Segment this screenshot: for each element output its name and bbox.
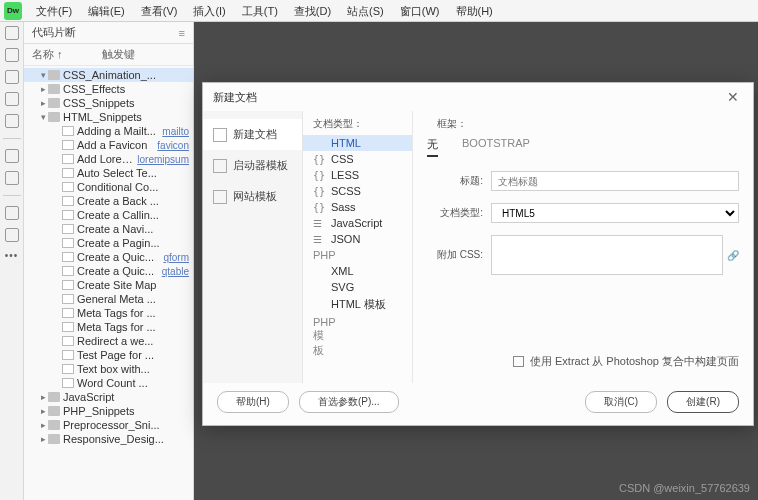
tree-folder[interactable]: ▾HTML_Snippets bbox=[24, 110, 193, 124]
tree-file[interactable]: Add Loreum I...loremipsum bbox=[24, 152, 193, 166]
menu-item[interactable]: 文件(F) bbox=[28, 0, 80, 22]
menu-item[interactable]: 查找(D) bbox=[286, 0, 339, 22]
doctype-item[interactable]: {}SCSS bbox=[303, 183, 412, 199]
tree-file[interactable]: Create a Callin... bbox=[24, 208, 193, 222]
doctype-item[interactable]: SVG bbox=[303, 279, 412, 295]
tree-file[interactable]: Conditional Co... bbox=[24, 180, 193, 194]
doctype-item[interactable]: XML bbox=[303, 263, 412, 279]
doctype-header: 文档类型： bbox=[303, 115, 412, 135]
dialog-title: 新建文档 bbox=[213, 90, 257, 105]
doctype-list: 文档类型： HTML{}CSS{}LESS{}SCSS{}Sass☰JavaSc… bbox=[303, 111, 413, 383]
close-icon[interactable]: ✕ bbox=[723, 89, 743, 105]
dialog-titlebar: 新建文档 ✕ bbox=[203, 83, 753, 111]
tree-file[interactable]: Meta Tags for ... bbox=[24, 320, 193, 334]
doctype-item[interactable]: {}Sass bbox=[303, 199, 412, 215]
new-document-dialog: 新建文档 ✕ 新建文档启动器模板网站模板 文档类型： HTML{}CSS{}LE… bbox=[202, 82, 754, 426]
menubar: Dw 文件(F)编辑(E)查看(V)插入(I)工具(T)查找(D)站点(S)窗口… bbox=[0, 0, 758, 22]
css-label: 附加 CSS: bbox=[427, 248, 491, 262]
link-icon[interactable]: 🔗 bbox=[727, 250, 739, 261]
doctype-item[interactable]: ☰JSON bbox=[303, 231, 412, 247]
tool-icon[interactable] bbox=[5, 70, 19, 84]
tool-icon[interactable] bbox=[5, 171, 19, 185]
menu-item[interactable]: 编辑(E) bbox=[80, 0, 133, 22]
menu-item[interactable]: 插入(I) bbox=[185, 0, 233, 22]
tool-icon[interactable] bbox=[5, 26, 19, 40]
prefs-button[interactable]: 首选参数(P)... bbox=[299, 391, 399, 413]
tree-file[interactable]: Auto Select Te... bbox=[24, 166, 193, 180]
tree-file[interactable]: Create a Quic...qform bbox=[24, 250, 193, 264]
tree-file[interactable]: Redirect a we... bbox=[24, 334, 193, 348]
menu-item[interactable]: 窗口(W) bbox=[392, 0, 448, 22]
create-button[interactable]: 创建(R) bbox=[667, 391, 739, 413]
extract-label: 使用 Extract 从 Photoshop 复合中构建页面 bbox=[530, 354, 739, 369]
extract-checkbox[interactable] bbox=[513, 356, 524, 367]
doctype-item[interactable]: ☰JavaScript bbox=[303, 215, 412, 231]
dialog-categories: 新建文档启动器模板网站模板 bbox=[203, 111, 303, 383]
doctype-item[interactable]: PHP 模板 bbox=[303, 314, 412, 360]
tree-file[interactable]: Create a Quic...qtable bbox=[24, 264, 193, 278]
tree-folder[interactable]: ▸PHP_Snippets bbox=[24, 404, 193, 418]
watermark: CSDN @weixin_57762639 bbox=[619, 482, 750, 494]
doctype-label: 文档类型: bbox=[427, 206, 491, 220]
tree-folder[interactable]: ▸CSS_Effects bbox=[24, 82, 193, 96]
tree-file[interactable]: Test Page for ... bbox=[24, 348, 193, 362]
tool-icon[interactable] bbox=[5, 228, 19, 242]
doctype-item[interactable]: {}LESS bbox=[303, 167, 412, 183]
doctype-item[interactable]: PHP bbox=[303, 247, 412, 263]
tree-file[interactable]: Word Count ... bbox=[24, 376, 193, 390]
menu-item[interactable]: 工具(T) bbox=[234, 0, 286, 22]
doctype-select[interactable]: HTML5 bbox=[491, 203, 739, 223]
dialog-category[interactable]: 网站模板 bbox=[203, 181, 302, 212]
menu-item[interactable]: 帮助(H) bbox=[448, 0, 501, 22]
tree-file[interactable]: Create Site Map bbox=[24, 278, 193, 292]
snippets-panel: 代码片断 ≡ 名称 ↑ 触发键 ▾CSS_Animation_...▸CSS_E… bbox=[24, 22, 194, 500]
title-input[interactable] bbox=[491, 171, 739, 191]
help-button[interactable]: 帮助(H) bbox=[217, 391, 289, 413]
tree-file[interactable]: Meta Tags for ... bbox=[24, 306, 193, 320]
menu-item[interactable]: 站点(S) bbox=[339, 0, 392, 22]
tree-folder[interactable]: ▸Preprocessor_Sni... bbox=[24, 418, 193, 432]
dialog-category[interactable]: 启动器模板 bbox=[203, 150, 302, 181]
snippet-tree: ▾CSS_Animation_...▸CSS_Effects▸CSS_Snipp… bbox=[24, 66, 193, 500]
app-logo: Dw bbox=[4, 2, 22, 20]
tree-file[interactable]: Text box with... bbox=[24, 362, 193, 376]
panel-header: 名称 ↑ 触发键 bbox=[24, 44, 193, 66]
doctype-item[interactable]: HTML bbox=[303, 135, 412, 151]
framework-tab[interactable]: BOOTSTRAP bbox=[462, 137, 530, 157]
tree-folder[interactable]: ▸CSS_Snippets bbox=[24, 96, 193, 110]
tree-file[interactable]: Adding a Mailt...mailto bbox=[24, 124, 193, 138]
framework-tab[interactable]: 无 bbox=[427, 137, 438, 157]
doctype-item[interactable]: HTML 模板 bbox=[303, 295, 412, 314]
tree-file[interactable]: Create a Pagin... bbox=[24, 236, 193, 250]
tool-icon[interactable] bbox=[5, 114, 19, 128]
framework-header: 框架： bbox=[427, 115, 739, 135]
tree-folder[interactable]: ▸Responsive_Desig... bbox=[24, 432, 193, 446]
title-label: 标题: bbox=[427, 174, 491, 188]
menu-item[interactable]: 查看(V) bbox=[133, 0, 186, 22]
tree-file[interactable]: General Meta ... bbox=[24, 292, 193, 306]
tree-folder[interactable]: ▸JavaScript bbox=[24, 390, 193, 404]
tool-icon[interactable] bbox=[5, 92, 19, 106]
tool-icon[interactable] bbox=[5, 48, 19, 62]
panel-tab[interactable]: 代码片断 ≡ bbox=[24, 22, 193, 44]
tree-file[interactable]: Create a Back ... bbox=[24, 194, 193, 208]
doctype-item[interactable]: {}CSS bbox=[303, 151, 412, 167]
panel-menu-icon[interactable]: ≡ bbox=[179, 27, 185, 39]
tree-file[interactable]: Create a Navi... bbox=[24, 222, 193, 236]
tree-file[interactable]: Add a Faviconfavicon bbox=[24, 138, 193, 152]
css-attach-input[interactable] bbox=[491, 235, 723, 275]
more-icon[interactable]: ••• bbox=[5, 250, 19, 261]
dialog-category[interactable]: 新建文档 bbox=[203, 119, 302, 150]
tree-folder[interactable]: ▾CSS_Animation_... bbox=[24, 68, 193, 82]
tool-icon[interactable] bbox=[5, 206, 19, 220]
cancel-button[interactable]: 取消(C) bbox=[585, 391, 657, 413]
tool-strip: ••• bbox=[0, 22, 24, 500]
tool-icon[interactable] bbox=[5, 149, 19, 163]
